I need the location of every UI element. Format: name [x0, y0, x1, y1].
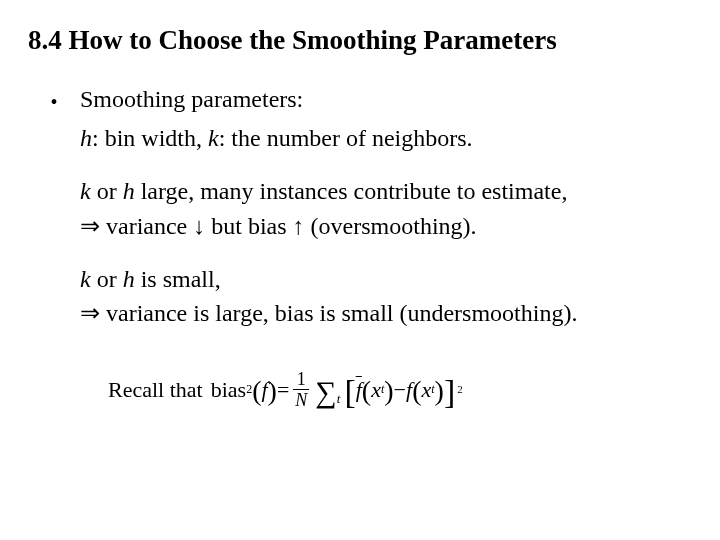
right-bracket: ] — [444, 367, 455, 416]
x-2: x — [421, 374, 431, 406]
def-k-text: : the number of neighbors. — [219, 125, 473, 151]
var-h-2: h — [123, 178, 135, 204]
bias-formula: Recall that bias2 (f) = 1 N ∑t [ f (xt) … — [108, 365, 692, 414]
sigma-subscript: t — [337, 390, 341, 409]
frac-den: N — [293, 389, 309, 409]
close-paren-1: ) — [268, 371, 277, 412]
variance-word-1: variance — [100, 213, 193, 239]
sigma-icon: ∑ — [315, 370, 336, 414]
bias-word: bias — [211, 374, 246, 406]
frac-num: 1 — [295, 370, 308, 389]
small-rest: is small, — [135, 266, 221, 292]
var-h-3: h — [123, 266, 135, 292]
x-1: x — [371, 374, 381, 406]
definitions-line: h: bin width, k: the number of neighbors… — [80, 121, 692, 156]
small-case: k or h is small, ⇒ variance is large, bi… — [80, 262, 692, 332]
open-paren-3: ( — [412, 371, 421, 412]
slide: 8.4 How to Choose the Smoothing Paramete… — [0, 0, 720, 540]
recall-text: Recall that — [108, 374, 203, 406]
minus: − — [394, 374, 406, 406]
down-arrow-icon: ↓ — [193, 213, 205, 239]
fraction-1-over-n: 1 N — [293, 370, 309, 409]
bullet-marker: • — [28, 82, 80, 119]
equals: = — [277, 374, 289, 406]
var-k-2: k — [80, 178, 91, 204]
but-bias: but bias — [205, 213, 292, 239]
implies-arrow-2: ⇒ — [80, 300, 100, 326]
undersmoothing-line: variance is large, bias is small (unders… — [100, 300, 577, 326]
large-case: k or h large, many instances contribute … — [80, 174, 692, 244]
def-h-text: : bin width, — [92, 125, 208, 151]
section-title: 8.4 How to Choose the Smoothing Paramete… — [28, 24, 692, 56]
open-paren-1: ( — [252, 371, 261, 412]
oversmoothing: (oversmoothing). — [305, 213, 477, 239]
bullet-content: Smoothing parameters: — [80, 82, 692, 117]
bullet-item: • Smoothing parameters: — [28, 82, 692, 119]
or-2: or — [91, 266, 123, 292]
bracket-squared: 2 — [457, 382, 463, 398]
var-k-3: k — [80, 266, 91, 292]
up-arrow-icon: ↑ — [293, 213, 305, 239]
var-k: k — [208, 125, 219, 151]
slide-body: • Smoothing parameters: h: bin width, k:… — [28, 82, 692, 414]
open-paren-2: ( — [362, 371, 371, 412]
bullet-label: Smoothing parameters: — [80, 86, 303, 112]
var-h: h — [80, 125, 92, 151]
large-rest: large, many instances contribute to esti… — [135, 178, 568, 204]
close-paren-3: ) — [435, 371, 444, 412]
close-paren-2: ) — [384, 371, 393, 412]
left-bracket: [ — [344, 367, 355, 416]
implies-arrow-1: ⇒ — [80, 213, 100, 239]
or-1: or — [91, 178, 123, 204]
